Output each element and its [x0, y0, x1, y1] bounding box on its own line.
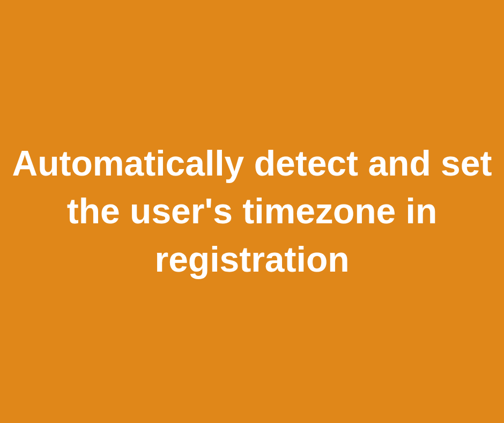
- page-heading: Automatically detect and set the user's …: [0, 140, 504, 283]
